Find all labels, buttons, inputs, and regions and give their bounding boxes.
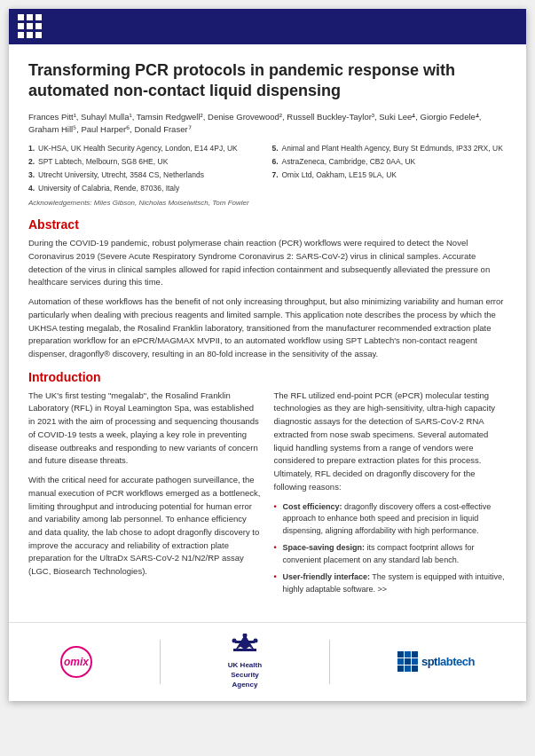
footer-divider-2 (329, 640, 330, 684)
main-content: Transforming PCR protocols in pandemic r… (9, 44, 526, 611)
abstract-p1: During the COVID-19 pandemic, robust pol… (28, 237, 507, 289)
affiliation-item: 5.Animal and Plant Health Agency, Bury S… (272, 143, 507, 154)
footer-divider-1 (160, 640, 161, 684)
omix-circle-icon: omix (60, 646, 92, 678)
intro-left-col: The UK's first testing "megalab", the Ro… (28, 390, 262, 601)
abstract-p2: Automation of these workflows has the be… (28, 295, 507, 361)
intro-left-p1: The UK's first testing "megalab", the Ro… (28, 390, 262, 468)
svg-rect-4 (235, 641, 255, 643)
intro-right-col: The RFL utilized end-point PCR (ePCR) mo… (274, 390, 507, 601)
spt-grid-icon (397, 651, 418, 672)
bullet-item: Cost efficiency: dragonfly discovery off… (274, 501, 507, 538)
intro-title: Introduction (28, 370, 507, 384)
abstract-title: Abstract (28, 217, 507, 232)
spt-labtech-logo: sptlabtech (397, 651, 475, 672)
affiliations-section: 1.UK-HSA, UK Health Security Agency, Lon… (28, 143, 507, 193)
page-container: Transforming PCR protocols in pandemic r… (9, 9, 526, 701)
affiliation-item: 7.Omix Ltd, Oakham, LE15 9LA, UK (272, 169, 507, 181)
svg-point-2 (242, 634, 247, 638)
intro-columns: The UK's first testing "megalab", the Ro… (28, 390, 507, 601)
acknowledgements: Acknowledgements: Miles Gibson, Nicholas… (28, 199, 507, 207)
omix-logo: omix (60, 646, 92, 678)
footer: omix UK HealthSecurityAgency (9, 622, 526, 701)
grid-icon (18, 14, 43, 39)
intro-left-p2: With the critical need for accurate path… (28, 474, 262, 579)
affiliation-item: 2.SPT Labtech, Melbourn, SG8 6HE, UK (28, 156, 264, 168)
ukhsa-logo: UK HealthSecurityAgency (228, 634, 262, 690)
affiliation-item: 1.UK-HSA, UK Health Security Agency, Lon… (28, 143, 264, 154)
affiliation-item: 6.AstraZeneca, Cambridge, CB2 0AA, UK (272, 156, 507, 168)
intro-right-p1: The RFL utilized end-point PCR (ePCR) mo… (274, 390, 507, 494)
crown-svg (232, 634, 258, 653)
spt-label: sptlabtech (421, 655, 475, 668)
bullet-item: Space-saving design: its compact footpri… (274, 542, 507, 566)
affiliation-item: 3.Utrecht University, Utrecht, 3584 CS, … (28, 169, 264, 181)
bullet-item: User-friendly interface: The system is e… (274, 571, 507, 595)
svg-rect-5 (233, 649, 256, 651)
crown-icon (232, 634, 258, 658)
ukhsa-text: UK HealthSecurityAgency (228, 660, 262, 690)
top-bar (9, 9, 526, 44)
affiliation-item: 4.University of Calabria, Rende, 87036, … (28, 183, 264, 194)
bullet-list: Cost efficiency: dragonfly discovery off… (274, 501, 507, 596)
authors-line: Frances Pitt¹, Suhayl Mulla¹, Tamsin Red… (28, 111, 507, 137)
page-title: Transforming PCR protocols in pandemic r… (28, 60, 507, 102)
